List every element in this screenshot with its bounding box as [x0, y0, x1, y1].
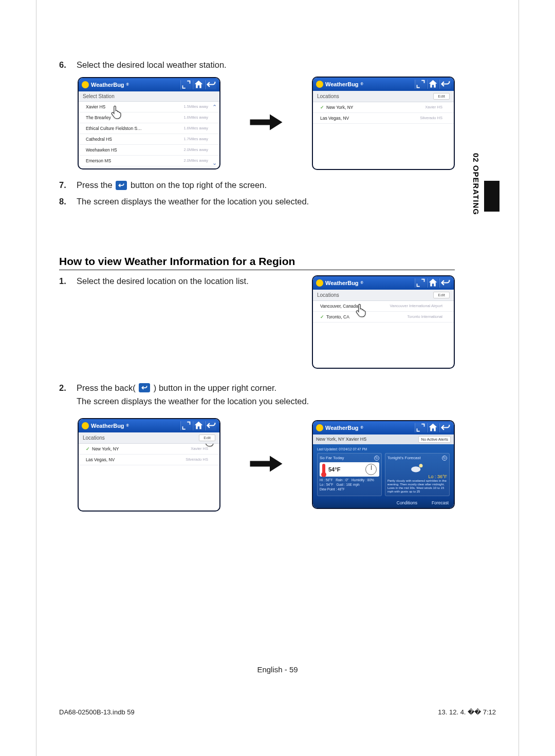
home-icon[interactable] — [427, 423, 438, 432]
weather-location-bar: New York, NY Xavier HS — [316, 437, 366, 442]
screenshot-select-station: WeatherBug® Select Station Xavier HS1.5M… — [78, 77, 220, 169]
edit-button[interactable]: Edit — [199, 434, 215, 441]
back-icon[interactable] — [205, 80, 216, 89]
edit-button[interactable]: Edit — [433, 292, 450, 298]
refresh-icon[interactable]: ↻ — [442, 456, 447, 461]
home-icon[interactable] — [193, 80, 204, 89]
subheader: Select Station — [83, 93, 115, 99]
expand-icon[interactable] — [180, 80, 192, 89]
location-row[interactable]: ✓Toronto, CAToronto International — [313, 312, 454, 323]
step-number: 8. — [59, 196, 77, 208]
forecast-lo: Lo : 36°F — [387, 474, 447, 479]
app-brand: WeatherBug — [325, 425, 359, 431]
weatherbug-logo-icon — [316, 81, 323, 88]
screenshot-region-locations: WeatherBug® LocationsEdit Vancouver, Can… — [312, 275, 455, 369]
subheader: Locations — [317, 93, 339, 99]
panel-tonights-forecast: Tonight's Forecast↻ Lo : 36°F Partly clo… — [385, 453, 450, 497]
tab-conditions[interactable]: Conditions — [397, 500, 417, 505]
location-row[interactable]: ✓New York, NYXavier HS — [313, 102, 454, 113]
screenshot-weather-display: WeatherBug® New York, NY Xavier HSNo Act… — [312, 420, 455, 509]
location-row[interactable]: Vancouver, CanadaVancouver International… — [313, 301, 454, 312]
region-step-1: 1. Select the desired location on the lo… — [59, 275, 302, 288]
figure-row-station-to-locations: WeatherBug® Select Station Xavier HS1.5M… — [78, 77, 455, 170]
thumb-index-block — [484, 181, 499, 212]
step-text: The screen displays the weather for the … — [77, 196, 455, 208]
cloud-moon-icon — [410, 463, 424, 473]
check-icon: ✓ — [320, 105, 324, 110]
region-step-2: 2. Press the back( ) button in the upper… — [59, 382, 455, 409]
page-footer-center: English - 59 — [0, 665, 555, 674]
check-icon: ✓ — [320, 314, 324, 319]
tap-cursor-icon — [109, 105, 124, 119]
scroll-up-icon[interactable]: ⌃ — [212, 104, 217, 110]
step-7: 7. Press the button on the top right of … — [59, 179, 455, 192]
subheader: Locations — [317, 292, 339, 298]
footer-doc-id: DA68-02500B-13.indb 59 — [59, 708, 135, 716]
scroll-down-icon[interactable]: ⌄ — [212, 160, 217, 166]
arrow-right-icon — [248, 451, 284, 479]
weatherbug-logo-icon — [316, 279, 323, 287]
screenshot-locations-list: WeatherBug® LocationsEdit ✓New York, NYX… — [312, 77, 455, 170]
current-temp: 54°F — [328, 466, 340, 472]
weatherbug-logo-icon — [316, 424, 323, 431]
arrow-right-icon — [248, 109, 284, 137]
home-icon[interactable] — [427, 278, 438, 288]
tap-cursor-icon — [202, 444, 216, 447]
back-icon[interactable] — [439, 278, 451, 288]
station-row[interactable]: Cathedral HS1.7Miles away — [79, 134, 219, 145]
tab-forecast[interactable]: Forecast — [432, 500, 449, 505]
station-row[interactable]: The Brearley1.6Miles away — [79, 112, 219, 123]
step-text: Select the desired local weather station… — [77, 59, 455, 71]
home-icon[interactable] — [193, 421, 204, 430]
back-icon[interactable] — [439, 80, 451, 89]
edit-button[interactable]: Edit — [433, 93, 450, 100]
step-number: 2. — [59, 382, 77, 409]
app-brand: WeatherBug — [91, 423, 124, 429]
station-row[interactable]: Ethical Culture Fieldston S…1.6Miles awa… — [79, 123, 219, 134]
location-row[interactable]: Las Vegas, NVSilverado HS — [313, 113, 454, 124]
location-row[interactable]: ✓New York, NYXavier HS — [79, 444, 219, 455]
station-row[interactable]: Weehawken HS2.0Miles away — [79, 145, 219, 156]
screenshot-locations-press-back: WeatherBug® LocationsEdit ✓New York, NYX… — [78, 418, 220, 512]
forecast-text: Partly cloudy with scattered sprinkles i… — [387, 479, 447, 494]
svg-point-0 — [419, 464, 423, 467]
step-8: 8. The screen displays the weather for t… — [59, 196, 455, 208]
wind-dial-icon — [365, 464, 377, 475]
panel-so-far-today: So Far Today↻ 54°F Hi : 58°F Rain : 0" H… — [317, 453, 382, 497]
back-button-inline-icon — [139, 383, 150, 392]
alerts-button[interactable]: No Active Alerts — [418, 436, 451, 443]
section-side-tab: 02 OPERATING — [470, 150, 484, 237]
refresh-icon[interactable]: ↻ — [374, 456, 379, 461]
step-number: 6. — [59, 59, 77, 71]
step-number: 7. — [59, 179, 77, 192]
expand-icon[interactable] — [180, 421, 192, 430]
app-brand: WeatherBug — [325, 280, 359, 286]
location-row[interactable]: Las Vegas, NVSilverado HS — [79, 455, 219, 465]
weatherbug-logo-icon — [82, 422, 89, 429]
side-tab-label: 02 OPERATING — [470, 150, 483, 218]
step-text: Press the back( ) button in the upper ri… — [77, 382, 455, 409]
expand-icon[interactable] — [415, 80, 426, 89]
app-brand: WeatherBug — [325, 81, 359, 87]
step-text: Select the desired location on the locat… — [77, 275, 302, 288]
figure-row-locations-to-weather: WeatherBug® LocationsEdit ✓New York, NYX… — [78, 418, 455, 512]
back-icon[interactable] — [205, 421, 216, 430]
thermometer-icon — [322, 464, 325, 475]
app-brand: WeatherBug — [91, 82, 124, 88]
step-number: 1. — [59, 275, 77, 288]
expand-icon[interactable] — [415, 423, 426, 432]
station-row[interactable]: Xavier HS1.5Miles away — [79, 102, 219, 112]
check-icon: ✓ — [86, 446, 90, 451]
home-icon[interactable] — [427, 80, 438, 89]
section-heading: How to view Weather Information for a Re… — [59, 255, 455, 270]
station-row[interactable]: Emerson MS2.0Miles away — [79, 156, 219, 166]
scrollbar[interactable]: ⌃⌄ — [211, 104, 217, 166]
expand-icon[interactable] — [415, 278, 426, 288]
back-icon[interactable] — [439, 423, 451, 432]
svg-point-1 — [411, 466, 420, 472]
back-button-inline-icon — [116, 181, 127, 190]
last-updated: Last Updated: 07/24/12 07:47 PM — [317, 447, 450, 451]
weatherbug-logo-icon — [82, 81, 89, 88]
step-text: Press the button on the top right of the… — [77, 179, 455, 192]
footer-datetime: 13. 12. 4. �� 7:12 — [438, 708, 496, 716]
